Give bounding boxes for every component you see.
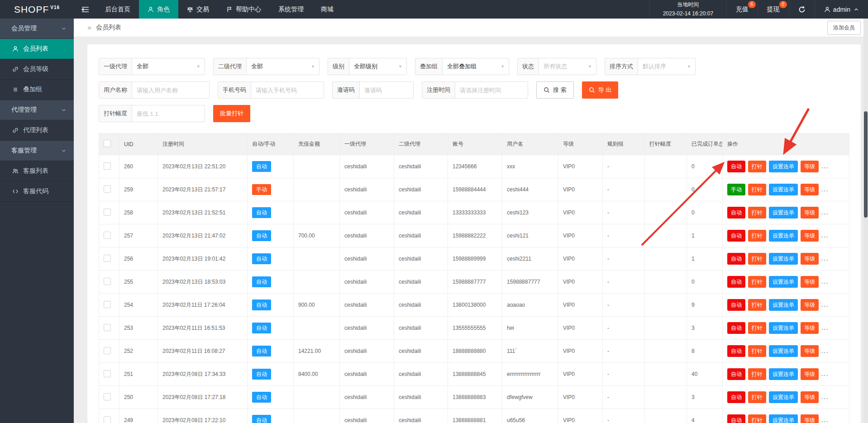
action-set-chain-button[interactable]: 设置连单 [769, 184, 798, 195]
action-mode-button[interactable]: 自动 [727, 368, 745, 380]
action-more-button[interactable]: ... [821, 417, 829, 423]
action-set-chain-button[interactable]: 设置连单 [769, 299, 798, 311]
action-mode-button[interactable]: 自动 [727, 391, 745, 403]
action-set-chain-button[interactable]: 设置连单 [769, 161, 798, 172]
filter-select-value-sort[interactable]: 默认排序▼ [638, 58, 695, 75]
row-checkbox[interactable] [104, 393, 111, 400]
action-level-button[interactable]: 等级 [801, 207, 819, 219]
export-button[interactable]: 导 出 [582, 81, 619, 99]
action-needle-button[interactable]: 打针 [748, 207, 766, 219]
action-set-chain-button[interactable]: 设置连单 [769, 276, 798, 288]
nav-item-help[interactable]: 帮助中心 [218, 0, 270, 19]
action-mode-button[interactable]: 自动 [727, 161, 745, 172]
row-checkbox[interactable] [104, 232, 111, 239]
action-level-button[interactable]: 等级 [801, 230, 819, 242]
action-needle-button[interactable]: 打针 [748, 322, 766, 334]
action-mode-button[interactable]: 自动 [727, 322, 745, 334]
sidebar-item-member-list[interactable]: 会员列表 [0, 39, 74, 59]
nav-item-mall[interactable]: 商城 [312, 0, 342, 19]
action-set-chain-button[interactable]: 设置连单 [769, 345, 798, 357]
action-mode-button[interactable]: 自动 [727, 345, 745, 357]
filter-select-value-stack-group[interactable]: 全部叠加组▼ [443, 58, 509, 75]
action-level-button[interactable]: 等级 [801, 161, 819, 172]
menu-toggle-icon[interactable] [74, 0, 96, 19]
row-checkbox[interactable] [104, 209, 111, 216]
phone-input[interactable] [251, 82, 324, 98]
withdraw-button[interactable]: 提现 0 [758, 0, 789, 19]
action-level-button[interactable]: 等级 [801, 391, 819, 403]
row-checkbox[interactable] [104, 416, 111, 423]
sidebar-section-agent-management[interactable]: 代理管理 [0, 100, 74, 120]
action-more-button[interactable]: ... [821, 302, 829, 308]
recharge-button[interactable]: 充值 6 [726, 0, 758, 19]
nav-item-trade[interactable]: 交易 [178, 0, 218, 19]
nav-item-role[interactable]: 角色 [139, 0, 178, 19]
action-more-button[interactable]: ... [821, 163, 829, 170]
action-more-button[interactable]: ... [821, 348, 829, 354]
nav-item-system[interactable]: 系统管理 [270, 0, 312, 19]
action-set-chain-button[interactable]: 设置连单 [769, 253, 798, 265]
needle-range-input[interactable] [132, 105, 205, 122]
batch-needle-button[interactable]: 批量打针 [213, 105, 250, 122]
action-needle-button[interactable]: 打针 [748, 276, 766, 288]
search-button[interactable]: 搜 索 [536, 81, 574, 99]
action-mode-button[interactable]: 自动 [727, 230, 745, 242]
filter-select-value-agent1[interactable]: 全部▼ [132, 58, 205, 75]
action-more-button[interactable]: ... [821, 394, 829, 400]
action-mode-button[interactable]: 自动 [727, 253, 745, 265]
sidebar-item-member-level[interactable]: 会员等级 [0, 59, 74, 80]
action-needle-button[interactable]: 打针 [748, 230, 766, 242]
action-level-button[interactable]: 等级 [801, 184, 819, 195]
filter-select-value-agent2[interactable]: 全部▼ [247, 58, 319, 75]
scrollbar-thumb[interactable] [864, 111, 868, 218]
action-needle-button[interactable]: 打针 [748, 161, 766, 172]
action-level-button[interactable]: 等级 [801, 322, 819, 334]
action-needle-button[interactable]: 打针 [748, 184, 766, 195]
invite-code-input[interactable] [360, 82, 413, 98]
action-set-chain-button[interactable]: 设置连单 [769, 391, 798, 403]
action-more-button[interactable]: ... [821, 325, 829, 331]
row-checkbox[interactable] [104, 370, 111, 377]
action-level-button[interactable]: 等级 [801, 345, 819, 357]
action-set-chain-button[interactable]: 设置连单 [769, 414, 798, 423]
action-needle-button[interactable]: 打针 [748, 253, 766, 265]
action-mode-button[interactable]: 自动 [727, 299, 745, 311]
action-needle-button[interactable]: 打针 [748, 345, 766, 357]
row-checkbox[interactable] [104, 278, 111, 285]
user-menu[interactable]: admin [815, 0, 868, 19]
row-checkbox[interactable] [104, 255, 111, 262]
action-set-chain-button[interactable]: 设置连单 [769, 322, 798, 334]
action-more-button[interactable]: ... [821, 256, 829, 262]
sidebar-item-service-list[interactable]: 客服列表 [0, 161, 74, 181]
add-member-button[interactable]: 添加会员 [827, 21, 861, 35]
action-level-button[interactable]: 等级 [801, 299, 819, 311]
action-more-button[interactable]: ... [821, 209, 829, 216]
row-checkbox[interactable] [104, 301, 111, 308]
action-more-button[interactable]: ... [821, 371, 829, 377]
action-set-chain-button[interactable]: 设置连单 [769, 230, 798, 242]
filter-select-value-level[interactable]: 全部级别▼ [349, 58, 406, 75]
row-checkbox[interactable] [104, 324, 111, 331]
action-needle-button[interactable]: 打针 [748, 368, 766, 380]
filter-select-value-status[interactable]: 所有状态▼ [539, 58, 596, 75]
sidebar-item-stack-group[interactable]: 叠加组 [0, 80, 74, 100]
sidebar-item-agent-list[interactable]: 代理列表 [0, 120, 74, 141]
action-mode-button[interactable]: 自动 [727, 207, 745, 219]
sidebar-section-service-management[interactable]: 客服管理 [0, 141, 74, 161]
reg-time-input[interactable] [455, 82, 528, 98]
action-level-button[interactable]: 等级 [801, 276, 819, 288]
action-more-button[interactable]: ... [821, 233, 829, 239]
action-set-chain-button[interactable]: 设置连单 [769, 207, 798, 219]
action-more-button[interactable]: ... [821, 279, 829, 285]
row-checkbox[interactable] [104, 185, 111, 193]
action-needle-button[interactable]: 打针 [748, 414, 766, 423]
action-level-button[interactable]: 等级 [801, 414, 819, 423]
action-more-button[interactable]: ... [821, 186, 829, 193]
action-needle-button[interactable]: 打针 [748, 299, 766, 311]
action-needle-button[interactable]: 打针 [748, 391, 766, 403]
row-checkbox[interactable] [104, 162, 111, 170]
nav-item-home[interactable]: 后台首页 [96, 0, 139, 19]
action-level-button[interactable]: 等级 [801, 253, 819, 265]
select-all-checkbox[interactable] [104, 140, 111, 147]
sidebar-section-member-management[interactable]: 会员管理 [0, 19, 74, 39]
